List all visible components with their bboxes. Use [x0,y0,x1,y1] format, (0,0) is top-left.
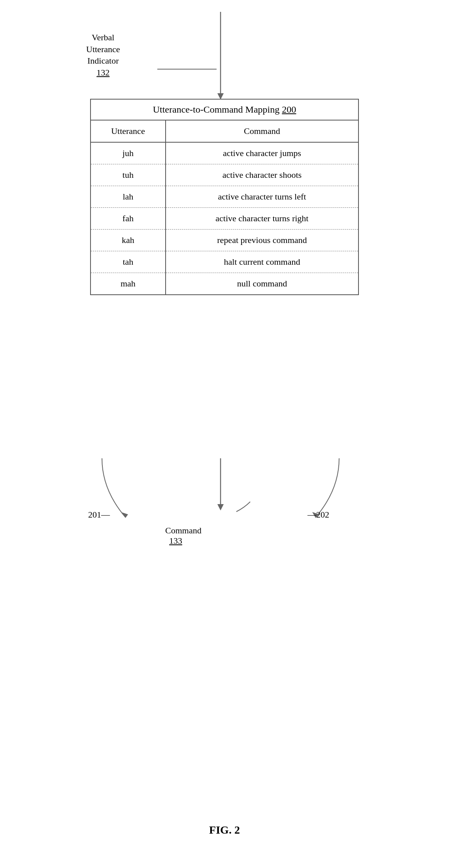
utterance-cell: mah [91,273,166,295]
utterance-cell: kah [91,230,166,251]
command-cell: active character turns left [166,186,358,208]
label-202: —202 [308,510,329,520]
table-row: mah null command [91,273,358,295]
table-row: tuh active character shoots [91,164,358,186]
mapping-table: Utterance Command juh active character j… [90,120,359,295]
command-label: Command 133 [165,525,202,546]
table-row: tah halt current command [91,251,358,273]
utterance-cell: fah [91,208,166,230]
command-cell: active character turns right [166,208,358,230]
label-201: 201— [88,510,110,520]
verbal-utterance-label: Verbal Utterance Indicator 132 [86,32,120,79]
utterance-cell: lah [91,186,166,208]
command-cell: active character jumps [166,142,358,164]
command-cell: halt current command [166,251,358,273]
header-utterance: Utterance [91,120,166,142]
header-command: Command [166,120,358,142]
table-row: fah active character turns right [91,208,358,230]
diagram-container: Verbal Utterance Indicator 132 Utterance… [66,0,383,868]
svg-marker-3 [217,504,224,510]
utterance-cell: tah [91,251,166,273]
table-title: Utterance-to-Command Mapping 200 [90,99,359,120]
table-row: juh active character jumps [91,142,358,164]
command-cell: repeat previous command [166,230,358,251]
mapping-table-wrapper: Utterance-to-Command Mapping 200 Utteran… [90,99,359,295]
table-row: lah active character turns left [91,186,358,208]
utterance-cell: juh [91,142,166,164]
command-cell: null command [166,273,358,295]
table-row: kah repeat previous command [91,230,358,251]
fig-label: FIG. 2 [209,824,240,836]
svg-marker-4 [121,512,128,518]
command-cell: active character shoots [166,164,358,186]
utterance-cell: tuh [91,164,166,186]
